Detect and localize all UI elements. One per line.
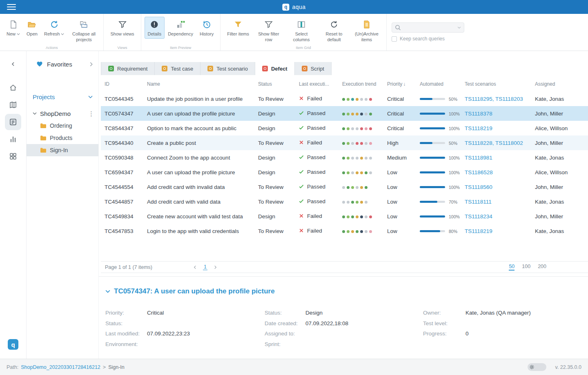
- page-number[interactable]: 1: [203, 264, 207, 270]
- collapse-folders-icon: [79, 20, 89, 29]
- collapse-sidebar-button[interactable]: [11, 59, 16, 69]
- page-size-50[interactable]: 50: [509, 264, 514, 271]
- test-scenario-link[interactable]: TS1118295, TS1118203: [465, 96, 523, 102]
- chevron-down-icon[interactable]: [33, 112, 37, 115]
- new-button[interactable]: New: [3, 17, 23, 39]
- path-label: Path:: [7, 364, 18, 370]
- column-header-execution-trend[interactable]: Execution trend: [339, 81, 383, 87]
- table-row[interactable]: TC4549834Create new account with valid t…: [101, 209, 588, 224]
- open-button[interactable]: Open: [23, 17, 41, 39]
- settings-toggle[interactable]: [528, 363, 546, 371]
- unarchive-items-button[interactable]: (Un)Archive items: [350, 17, 383, 44]
- tree-node-sign-in[interactable]: Sign-In: [27, 144, 98, 156]
- detail-title-row[interactable]: TC0574347: A user can upload the profile…: [105, 287, 588, 295]
- gear-icon: [529, 364, 535, 370]
- column-header-id[interactable]: ID: [101, 81, 143, 87]
- filter-items-button[interactable]: Filter items: [224, 17, 252, 39]
- show-views-button[interactable]: Show views: [107, 17, 137, 39]
- search-box[interactable]: [392, 22, 464, 33]
- reset-to-default-button[interactable]: Reset to default: [318, 17, 350, 44]
- test-scenario-link[interactable]: TS1118111: [465, 199, 492, 205]
- project-path-link[interactable]: ShopDemo_202203301728416212: [21, 364, 100, 370]
- page-size-100[interactable]: 100: [522, 264, 530, 271]
- select-columns-button[interactable]: Select columns: [285, 17, 318, 44]
- table-row[interactable]: TC9544340Create a public postTo ReviewFa…: [101, 135, 588, 150]
- column-header-priority[interactable]: Priority ↓: [383, 81, 416, 87]
- hamburger-menu-icon[interactable]: [7, 4, 16, 10]
- aqua-logo-small-icon[interactable]: q: [8, 339, 18, 350]
- table-row[interactable]: TC4544857Add credit card with valid data…: [101, 194, 588, 209]
- page-size-200[interactable]: 200: [538, 264, 546, 271]
- details-button[interactable]: Details: [145, 17, 165, 39]
- test-scenario-link[interactable]: TS1118560: [465, 184, 492, 190]
- chevron-down-icon[interactable]: [88, 95, 93, 98]
- rail-item-modules[interactable]: [5, 148, 21, 164]
- cell-status: To Review: [254, 228, 295, 234]
- table-row[interactable]: TC0574347A user can upload the profile p…: [101, 106, 588, 121]
- show-filter-row-button[interactable]: Show filter row: [252, 17, 285, 44]
- toolbar-group-item-preview: Details Dependency History Item Preview: [141, 14, 221, 51]
- search-chevron-down-icon[interactable]: [457, 27, 461, 29]
- rail-item-home[interactable]: [5, 80, 21, 96]
- table-row[interactable]: TC4547853Login to the app with valid cre…: [101, 224, 588, 238]
- tree-node-shopdemo[interactable]: ShopDemo ⋮: [27, 107, 98, 120]
- table-row[interactable]: TC6594347A user can upload the profile p…: [101, 165, 588, 180]
- dependency-button[interactable]: Dependency: [165, 17, 196, 39]
- keep-search-queries-checkbox[interactable]: [392, 36, 397, 42]
- column-header-last-execution[interactable]: Last executi...: [295, 81, 339, 87]
- cell-assigned: John, Miller: [531, 111, 588, 117]
- tab-requirement[interactable]: Requirement: [101, 62, 155, 75]
- previous-page-icon[interactable]: [194, 265, 196, 269]
- chevron-right-icon[interactable]: [90, 62, 93, 67]
- cell-status: Design: [254, 125, 295, 131]
- group-label: Actions: [0, 46, 103, 50]
- column-header-automated[interactable]: Automated: [416, 81, 461, 87]
- test-scenario-link[interactable]: TS1118981: [465, 155, 492, 161]
- button-label: History: [200, 31, 214, 37]
- tab-defect[interactable]: Defect: [255, 62, 295, 75]
- test-scenario-link[interactable]: TS1118378: [465, 111, 492, 117]
- history-button[interactable]: History: [196, 17, 217, 39]
- rail-item-reports[interactable]: [5, 131, 21, 147]
- next-page-icon[interactable]: [214, 265, 216, 269]
- cell-automated: 50%: [416, 96, 461, 102]
- test-scenario-link[interactable]: TS1186528: [465, 169, 493, 175]
- table-row[interactable]: TC8544347Option to mark the account as p…: [101, 121, 588, 135]
- table-row[interactable]: TC0544345Update the job position in a us…: [101, 91, 588, 106]
- rail-item-map[interactable]: [5, 97, 21, 113]
- table-row[interactable]: TC0590348Connect Zoom to the app account…: [101, 150, 588, 165]
- test-scenario-link[interactable]: TS1118228, TS1118002: [465, 140, 523, 146]
- test-scenario-link[interactable]: TS1118219: [465, 125, 492, 131]
- button-label: Open: [27, 31, 38, 37]
- map-icon: [9, 101, 17, 109]
- column-header-status[interactable]: Status: [254, 81, 295, 87]
- column-header-name[interactable]: Name: [143, 81, 254, 87]
- chevron-down-icon[interactable]: [105, 290, 110, 293]
- favorites-section[interactable]: Favorites: [27, 59, 98, 69]
- tree-node-products[interactable]: Products: [27, 132, 98, 144]
- search-input[interactable]: [403, 25, 455, 31]
- aqua-logo-icon: q: [282, 4, 289, 11]
- column-header-assigned[interactable]: Assigned: [531, 81, 588, 87]
- keep-search-queries-option[interactable]: Keep search queries: [392, 36, 464, 42]
- cell-name: Create a public post: [143, 140, 254, 146]
- tab-test-scenario[interactable]: Test scenario: [200, 62, 255, 75]
- folder-icon: [40, 147, 47, 153]
- sidebar: Favorites Projects ShopDemo ⋮ Ordering P…: [27, 51, 99, 359]
- cell-status: To Review: [254, 199, 295, 205]
- collapse-all-projects-button[interactable]: Collapse all projects: [67, 17, 100, 44]
- projects-header[interactable]: Projects: [27, 92, 98, 102]
- tree-node-ordering[interactable]: Ordering: [27, 120, 98, 132]
- table-row[interactable]: TC4544554Add credit card with invalid da…: [101, 180, 588, 194]
- column-header-test-scenarios[interactable]: Test scenarios: [461, 81, 531, 87]
- test-scenario-link[interactable]: TS1118234: [465, 213, 492, 220]
- button-label: Refresh: [44, 31, 60, 37]
- test-scenario-link[interactable]: TS1118219: [465, 228, 492, 234]
- rail-item-items[interactable]: [5, 114, 21, 130]
- home-icon: [9, 84, 17, 92]
- kebab-menu-icon[interactable]: ⋮: [88, 111, 94, 117]
- tab-script[interactable]: Script: [295, 62, 332, 75]
- refresh-button[interactable]: Refresh: [41, 17, 68, 39]
- tab-test-case[interactable]: Test case: [155, 62, 200, 75]
- cell-test-scenarios: TS1118560: [461, 184, 531, 190]
